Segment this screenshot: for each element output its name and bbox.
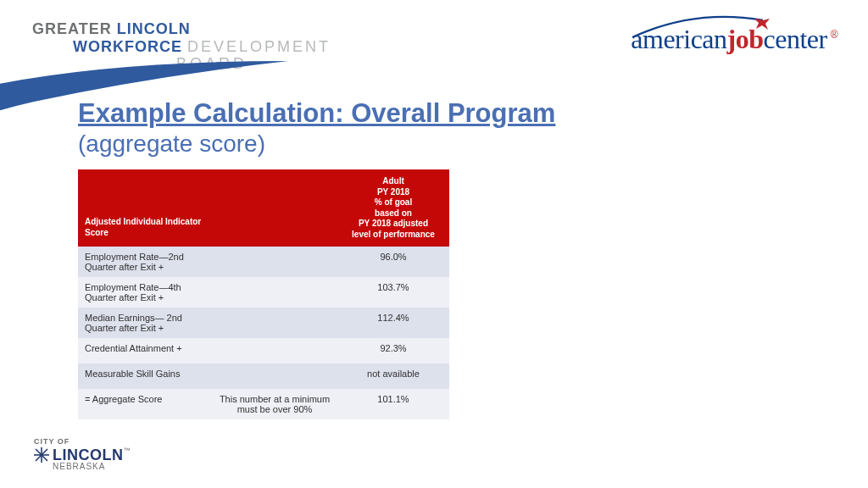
city-of-lincoln-logo: CITY OF LINCOLN™ NEBRASKA [34, 438, 131, 471]
trademark: ™ [124, 446, 131, 454]
logo-greater: GREATER [32, 20, 112, 37]
american-job-center-logo: americanjobcenter® [631, 24, 837, 55]
logo-workforce: WORKFORCE [73, 38, 182, 55]
lincoln-text: LINCOLN [53, 446, 124, 463]
slide-title: Example Calculation: Overall Program [78, 98, 555, 129]
aggregate-score-table: Adjusted Individual Indicator Score Adul… [78, 169, 449, 419]
city-of-text: CITY OF [34, 438, 131, 446]
indicator-cell: Median Earnings— 2nd Quarter after Exit … [78, 308, 212, 338]
note-cell [212, 338, 337, 363]
table-row: Credential Attainment + 92.3% [78, 338, 449, 363]
note-cell [212, 277, 337, 308]
slide-subtitle: (aggregate score) [78, 130, 555, 158]
logo-development: DEVELOPMENT [187, 38, 331, 55]
indicator-cell: Credential Attainment + [78, 338, 212, 363]
note-cell [212, 247, 337, 277]
logo-board: BOARD [32, 55, 331, 73]
logo-lincoln: LINCOLN [117, 20, 191, 37]
note-cell [212, 308, 337, 338]
value-cell: not available [337, 363, 449, 389]
value-cell: 92.3% [337, 338, 449, 363]
table-header-indicator: Adjusted Individual Indicator Score [78, 169, 212, 247]
table-row: Median Earnings— 2nd Quarter after Exit … [78, 308, 449, 338]
table-header-value: Adult PY 2018 % of goal based on PY 2018… [337, 169, 449, 247]
indicator-cell: Measurable Skill Gains [78, 363, 212, 389]
logo-american: american [631, 24, 726, 54]
registered-mark: ® [831, 29, 837, 41]
value-cell: 96.0% [337, 247, 449, 277]
table-header-row: Adjusted Individual Indicator Score Adul… [78, 169, 449, 247]
indicator-cell: Employment Rate—2nd Quarter after Exit + [78, 247, 212, 277]
table-row: Measurable Skill Gains not available [78, 363, 449, 389]
nebraska-text: NEBRASKA [53, 463, 131, 471]
starburst-icon [34, 447, 49, 463]
note-cell [212, 363, 337, 389]
table-header-blank [212, 169, 337, 247]
indicator-cell: = Aggregate Score [78, 389, 212, 419]
logo-center: center [764, 24, 827, 54]
table-row: Employment Rate—4th Quarter after Exit +… [78, 277, 449, 308]
table-row: = Aggregate Score This number at a minim… [78, 389, 449, 419]
table-row: Employment Rate—2nd Quarter after Exit +… [78, 247, 449, 277]
slide-title-block: Example Calculation: Overall Program (ag… [78, 98, 555, 158]
value-cell: 112.4% [337, 308, 449, 338]
value-cell: 101.1% [337, 389, 449, 419]
indicator-cell: Employment Rate—4th Quarter after Exit + [78, 277, 212, 308]
note-cell: This number at a minimum must be over 90… [212, 389, 337, 419]
greater-lincoln-workforce-logo: GREATER LINCOLN WORKFORCE DEVELOPMENT BO… [32, 20, 331, 73]
logo-job: job [727, 24, 764, 54]
value-cell: 103.7% [337, 277, 449, 308]
table-body: Employment Rate—2nd Quarter after Exit +… [78, 247, 449, 419]
